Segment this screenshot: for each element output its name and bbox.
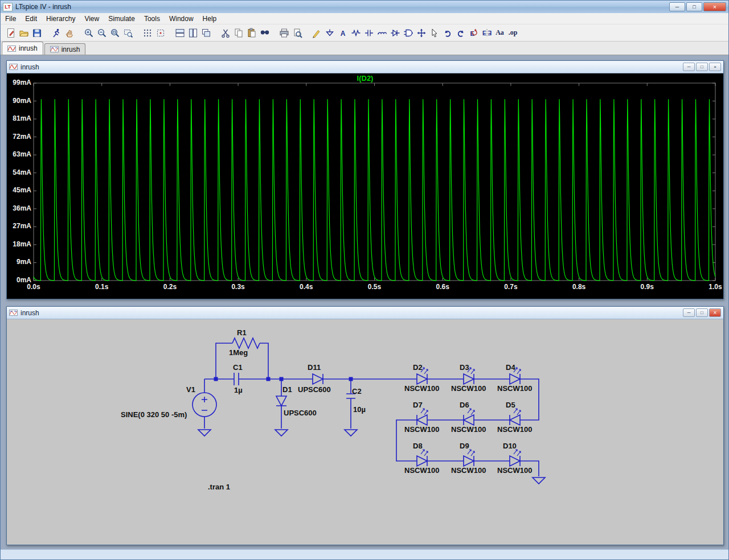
component-value-D4[interactable]: NSCW100 <box>497 384 532 393</box>
led-D10-symbol[interactable] <box>510 450 521 466</box>
toolbar-button-find[interactable] <box>258 26 271 39</box>
toolbar-button-resistor[interactable] <box>349 26 362 39</box>
waveform-window-titlebar[interactable]: inrush ─ □ × <box>7 61 723 73</box>
ground-symbols[interactable] <box>198 430 545 484</box>
component-ref-D6[interactable]: D6 <box>460 401 469 409</box>
menu-item-hierarchy[interactable]: Hierarchy <box>42 14 80 24</box>
component-value-D9[interactable]: NSCW100 <box>451 466 486 475</box>
component-ref-D2[interactable]: D2 <box>413 363 423 372</box>
component-ref-D5[interactable]: D5 <box>506 401 515 409</box>
toolbar-button-grid[interactable] <box>141 26 154 39</box>
maximize-button[interactable]: □ <box>686 2 702 11</box>
component-ref-D11[interactable]: D11 <box>308 363 321 372</box>
diode-D1-symbol[interactable] <box>276 396 286 406</box>
waveform-close-button[interactable]: × <box>709 63 721 71</box>
diode-D11-symbol[interactable] <box>313 374 323 384</box>
led-D9-symbol[interactable] <box>464 450 474 466</box>
component-value-D2[interactable]: NSCW100 <box>404 384 439 393</box>
toolbar-button-tile-vertical[interactable] <box>186 26 199 39</box>
toolbar-button-ground[interactable] <box>323 26 336 39</box>
toolbar-button-save[interactable] <box>30 26 43 39</box>
led-D8-symbol[interactable] <box>417 450 428 466</box>
resistor-R1-symbol[interactable] <box>232 338 260 348</box>
capacitor-C1-symbol[interactable] <box>234 373 239 385</box>
menu-item-help[interactable]: Help <box>198 14 222 24</box>
waveform-plot-area[interactable]: I(D2) 0.0s0.1s0.2s0.3s0.4s0.5s0.6s0.7s0.… <box>7 73 723 299</box>
toolbar-button-redo[interactable] <box>454 26 467 39</box>
toolbar-button-tile-horizontal[interactable] <box>173 26 186 39</box>
component-value-D7[interactable]: NSCW100 <box>404 425 439 434</box>
toolbar-button-open[interactable] <box>17 26 30 39</box>
toolbar-button-run[interactable] <box>50 26 63 39</box>
component-ref-D3[interactable]: D3 <box>460 363 469 372</box>
toolbar-button-rotate[interactable]: E <box>467 26 480 39</box>
schematic-minimize-button[interactable]: ─ <box>683 308 695 317</box>
component-value-D3[interactable]: NSCW100 <box>451 384 486 393</box>
component-value-D6[interactable]: NSCW100 <box>451 425 486 434</box>
component-value-D11[interactable]: UPSC600 <box>298 385 331 394</box>
component-ref-D8[interactable]: D8 <box>413 442 423 450</box>
component-ref-D7[interactable]: D7 <box>413 401 423 409</box>
toolbar-button-zoom-in[interactable] <box>82 26 95 39</box>
trace-label[interactable]: I(D2) <box>7 74 723 83</box>
toolbar-button-move[interactable] <box>415 26 428 39</box>
component-ref-D4[interactable]: D4 <box>506 363 515 372</box>
toolbar-button-paste[interactable] <box>245 26 258 39</box>
toolbar-button-new-schematic[interactable] <box>4 26 17 39</box>
schematic-canvas[interactable]: R1 1Meg C1 1µ V1 SINE(0 320 50 -5m) D11 … <box>7 319 723 545</box>
menu-item-window[interactable]: Window <box>165 14 198 24</box>
component-value-C2[interactable]: 10µ <box>353 405 366 414</box>
menu-item-file[interactable]: File <box>1 14 21 24</box>
toolbar-button-cascade[interactable] <box>199 26 212 39</box>
toolbar-button-drag[interactable] <box>428 26 441 39</box>
waveform-maximize-button[interactable]: □ <box>696 63 708 71</box>
component-value-D5[interactable]: NSCW100 <box>497 425 532 434</box>
toolbar-button-print-preview[interactable] <box>290 26 304 39</box>
toolbar-button-inductor[interactable] <box>375 26 388 39</box>
toolbar-button-zoom-full[interactable] <box>108 26 121 39</box>
menu-item-tools[interactable]: Tools <box>140 14 165 24</box>
led-D7-symbol[interactable] <box>417 409 428 425</box>
component-ref-D10[interactable]: D10 <box>503 442 517 450</box>
titlebar[interactable]: LT LTspice IV - inrush ─ □ × <box>1 1 728 13</box>
component-value-V1[interactable]: SINE(0 320 50 -5m) <box>121 410 187 419</box>
schematic-close-button[interactable]: × <box>709 308 721 317</box>
trace-ID2[interactable] <box>34 99 715 281</box>
led-D6-symbol[interactable] <box>464 409 474 425</box>
component-ref-R1[interactable]: R1 <box>237 328 247 337</box>
toolbar-button-component[interactable] <box>402 26 415 39</box>
schematic-window-titlebar[interactable]: inrush ─ □ × <box>7 307 723 319</box>
wires[interactable] <box>204 343 539 476</box>
component-value-R1[interactable]: 1Meg <box>229 348 248 357</box>
menu-item-simulate[interactable]: Simulate <box>104 14 140 24</box>
toolbar-button-wire[interactable] <box>310 26 323 39</box>
component-value-C1[interactable]: 1µ <box>234 386 243 394</box>
toolbar-button-spice-directive[interactable]: .op <box>506 26 519 39</box>
component-ref-C1[interactable]: C1 <box>233 363 243 372</box>
toolbar-button-copy[interactable] <box>232 26 245 39</box>
tab-waveform[interactable]: inrush <box>2 42 43 55</box>
toolbar-button-halt[interactable] <box>63 26 76 39</box>
led-D5-symbol[interactable] <box>510 409 521 425</box>
toolbar-button-text[interactable]: Aa <box>493 26 506 39</box>
component-value-D10[interactable]: NSCW100 <box>497 466 532 475</box>
spice-directive-text[interactable]: .tran 1 <box>208 483 230 491</box>
component-value-D8[interactable]: NSCW100 <box>404 466 439 475</box>
toolbar-button-zoom-back[interactable] <box>95 26 108 39</box>
waveform-minimize-button[interactable]: ─ <box>683 63 695 71</box>
component-ref-C2[interactable]: C2 <box>352 387 362 396</box>
component-value-D1[interactable]: UPSC600 <box>284 409 317 417</box>
toolbar-button-diode[interactable] <box>388 26 402 39</box>
close-button[interactable]: × <box>703 2 726 11</box>
menu-item-edit[interactable]: Edit <box>21 14 42 24</box>
toolbar-button-mirror[interactable]: EƎ <box>480 26 493 39</box>
toolbar-button-zoom-area[interactable] <box>121 26 134 39</box>
component-ref-D9[interactable]: D9 <box>460 442 469 450</box>
voltage-source-V1-symbol[interactable] <box>193 393 216 417</box>
toolbar-button-capacitor[interactable] <box>362 26 375 39</box>
tab-schematic[interactable]: inrush <box>44 43 86 55</box>
toolbar-button-mark-unconnected[interactable] <box>154 26 167 39</box>
component-ref-V1[interactable]: V1 <box>186 385 195 394</box>
toolbar-button-print[interactable] <box>277 26 290 39</box>
toolbar-button-undo[interactable] <box>441 26 454 39</box>
